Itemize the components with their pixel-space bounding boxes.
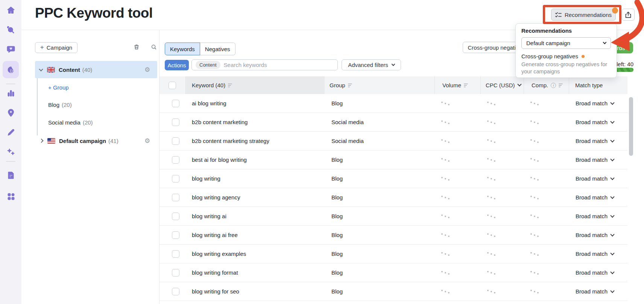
tab-keywords[interactable]: Keywords	[165, 43, 200, 55]
volume-loading-dots	[441, 195, 451, 200]
row-checkbox[interactable]	[172, 269, 179, 277]
row-checkbox[interactable]	[172, 156, 179, 164]
cross-group-negatives-option[interactable]: Cross-group negatives	[521, 53, 611, 59]
add-group-link[interactable]: + Group	[48, 84, 69, 91]
search-scope-tag[interactable]: Content	[196, 61, 220, 69]
competition-loading-dots	[530, 195, 540, 200]
group-item-social-media[interactable]: Social media (20)	[48, 119, 93, 126]
match-type-dropdown[interactable]: Broad match	[569, 245, 627, 263]
row-checkbox[interactable]	[172, 119, 179, 126]
tab-keywords-label: Keywords	[170, 46, 195, 52]
row-checkbox[interactable]	[172, 213, 179, 220]
chevron-down-icon	[610, 195, 614, 199]
match-type-dropdown[interactable]: Broad match	[569, 188, 627, 207]
search-keywords-input[interactable]: Content Search keywords	[191, 59, 338, 70]
analytics-bars-icon[interactable]	[6, 88, 16, 98]
reports-document-icon[interactable]	[6, 170, 16, 180]
option-description: Generate cross-group negatives for your …	[521, 61, 611, 75]
keyword-cell: blog writing format	[185, 263, 325, 282]
match-type-dropdown[interactable]: Broad match	[569, 226, 627, 244]
column-header-volume[interactable]: Volume	[434, 76, 480, 94]
keyword-cell: blog writing agency	[185, 188, 325, 207]
match-type-dropdown[interactable]: Broad match	[569, 150, 627, 169]
match-type-dropdown[interactable]: Broad match	[569, 282, 627, 301]
trash-icon[interactable]	[133, 43, 140, 51]
row-checkbox[interactable]	[172, 231, 179, 239]
campaign-tree-item-content[interactable]: Content (40) ⚙	[35, 61, 157, 78]
table-row: blog writing ai Blog Broad match	[159, 207, 627, 226]
column-header-group[interactable]: Group	[325, 76, 434, 94]
add-campaign-button[interactable]: + Campaign	[35, 42, 77, 53]
volume-loading-dots	[441, 271, 451, 275]
location-pin-icon[interactable]	[6, 108, 16, 118]
match-type-dropdown[interactable]: Broad match	[569, 263, 627, 282]
keywords-table: Keyword (40) Group Volume CPC (USD) Comp…	[159, 76, 627, 301]
search-icon[interactable]	[150, 43, 158, 51]
match-type-dropdown[interactable]: Broad match	[569, 94, 627, 112]
app-window: PPC Keyword tool Recommendations + Campa…	[0, 0, 644, 304]
sort-icon	[559, 84, 563, 87]
info-icon[interactable]: i	[551, 83, 556, 88]
group-item-blog[interactable]: Blog (20)	[48, 102, 72, 108]
gear-icon[interactable]: ⚙	[144, 138, 150, 144]
row-checkbox[interactable]	[172, 100, 179, 107]
tab-negatives[interactable]: Negatives	[200, 43, 235, 55]
row-checkbox[interactable]	[172, 194, 179, 201]
vertical-scrollbar[interactable]	[629, 97, 633, 156]
plus-icon: +	[40, 44, 44, 50]
ai-sparkles-icon[interactable]	[6, 147, 16, 157]
group-cell: Social media	[325, 132, 434, 150]
add-group-label: + Group	[48, 84, 69, 91]
chevron-down-icon	[610, 289, 614, 293]
actions-button[interactable]: Actions	[165, 60, 189, 70]
campaign-tree-item-default[interactable]: Default campaign (41) ⚙	[35, 132, 157, 149]
home-icon[interactable]	[6, 5, 16, 15]
column-header-cpc[interactable]: CPC (USD)	[480, 76, 524, 94]
match-type-dropdown[interactable]: Broad match	[569, 132, 627, 150]
chevron-down-icon	[610, 232, 614, 236]
match-type-dropdown[interactable]: Broad match	[569, 113, 627, 131]
table-row: b2b content marketing Social media Broad…	[159, 113, 627, 132]
match-type-dropdown[interactable]: Broad match	[569, 169, 627, 188]
column-header-keyword[interactable]: Keyword (40)	[185, 76, 325, 94]
competition-loading-dots	[530, 214, 540, 219]
edit-pencil-icon[interactable]	[6, 128, 16, 137]
chevron-down-icon[interactable]	[39, 67, 43, 71]
apps-grid-icon[interactable]	[6, 192, 16, 201]
column-header-competition[interactable]: Comp. i	[524, 76, 569, 94]
row-checkbox[interactable]	[172, 250, 179, 258]
row-checkbox[interactable]	[172, 288, 179, 295]
chevron-down-icon[interactable]	[517, 82, 521, 86]
row-checkbox[interactable]	[172, 137, 179, 145]
volume-loading-dots	[441, 101, 451, 106]
select-all-checkbox[interactable]	[169, 82, 176, 89]
group-cell: Blog	[325, 245, 434, 263]
sort-icon	[228, 84, 232, 87]
rail-divider	[6, 84, 15, 84]
table-row: blog writing ai free Blog Broad match	[159, 226, 627, 245]
campaign-name: Content	[59, 67, 80, 73]
chevron-down-icon	[610, 176, 614, 180]
export-button[interactable]	[622, 9, 635, 21]
volume-loading-dots	[441, 176, 451, 181]
chevron-right-icon[interactable]	[39, 138, 43, 143]
group-header-label: Group	[330, 82, 345, 88]
chevron-down-icon	[610, 213, 614, 217]
gear-icon[interactable]: ⚙	[144, 67, 150, 73]
row-checkbox[interactable]	[172, 175, 179, 182]
match-type-dropdown[interactable]: Broad match	[569, 207, 627, 225]
advanced-filters-dropdown[interactable]: Advanced filters	[342, 59, 401, 70]
chevron-down-icon	[610, 270, 614, 274]
table-row: blog writing agency Blog Broad match	[159, 188, 627, 207]
add-campaign-label: Campaign	[47, 44, 72, 51]
chevron-down-icon	[610, 138, 614, 142]
feedback-heart-icon[interactable]	[6, 44, 16, 54]
research-search-icon[interactable]	[6, 25, 16, 35]
ppc-keyword-tool-icon[interactable]	[6, 65, 16, 75]
column-header-match-type: Match type	[569, 76, 627, 94]
group-cell: Blog	[325, 207, 434, 225]
rail-divider	[6, 161, 15, 162]
group-name: Blog	[48, 102, 59, 108]
campaign-select[interactable]: Default campaign	[521, 37, 611, 49]
match-type-value: Broad match	[576, 269, 608, 276]
